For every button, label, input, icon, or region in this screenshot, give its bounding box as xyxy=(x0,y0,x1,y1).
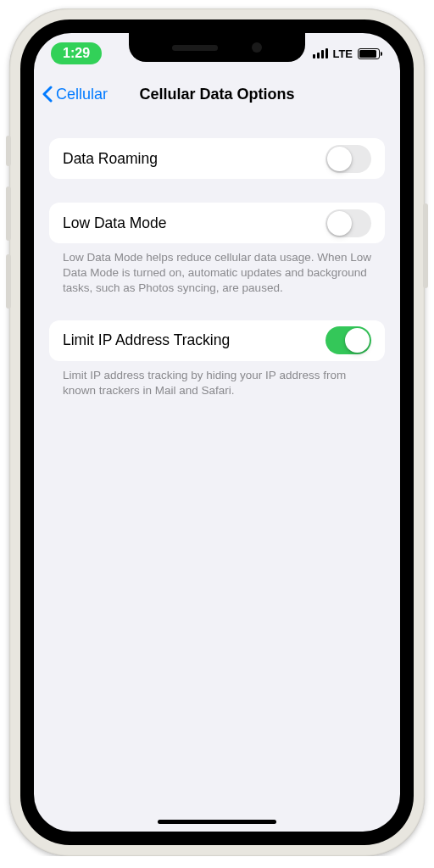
volume-up-button xyxy=(6,186,11,241)
row-data-roaming[interactable]: Data Roaming xyxy=(49,138,385,179)
home-indicator[interactable] xyxy=(158,820,276,824)
row-limit-ip-tracking[interactable]: Limit IP Address Tracking xyxy=(49,320,385,361)
mute-switch xyxy=(6,136,11,166)
chevron-left-icon xyxy=(42,86,53,103)
row-label: Low Data Mode xyxy=(63,214,167,232)
row-low-data-mode[interactable]: Low Data Mode xyxy=(49,203,385,243)
status-right: LTE xyxy=(313,47,380,60)
back-label: Cellular xyxy=(56,86,108,103)
screen: 1:29 LTE Cellular Cellular Data Options xyxy=(34,33,400,832)
back-button[interactable]: Cellular xyxy=(42,86,108,103)
toggle-low-data-mode[interactable] xyxy=(326,209,371,237)
volume-down-button xyxy=(6,254,11,309)
footer-limit-ip: Limit IP address tracking by hiding your… xyxy=(49,361,385,398)
toggle-knob xyxy=(327,211,352,236)
group-data-roaming: Data Roaming xyxy=(49,138,385,179)
battery-icon xyxy=(358,48,380,59)
notch xyxy=(129,33,305,62)
toggle-knob xyxy=(345,328,370,353)
group-limit-ip: Limit IP Address Tracking Limit IP addre… xyxy=(49,320,385,398)
speaker-grille xyxy=(172,45,218,51)
phone-bezel: 1:29 LTE Cellular Cellular Data Options xyxy=(20,19,414,845)
toggle-knob xyxy=(327,147,352,171)
front-camera xyxy=(252,42,262,53)
power-button xyxy=(423,203,428,288)
cellular-signal-icon xyxy=(313,48,329,59)
toggle-limit-ip-tracking[interactable] xyxy=(326,326,371,354)
footer-low-data-mode: Low Data Mode helps reduce cellular data… xyxy=(49,243,385,297)
nav-bar: Cellular Cellular Data Options xyxy=(34,74,400,114)
toggle-data-roaming[interactable] xyxy=(326,145,371,173)
row-label: Limit IP Address Tracking xyxy=(63,331,230,349)
row-label: Data Roaming xyxy=(63,150,158,168)
group-low-data-mode: Low Data Mode Low Data Mode helps reduce… xyxy=(49,203,385,297)
status-time-pill[interactable]: 1:29 xyxy=(51,42,102,64)
content: Data Roaming Low Data Mode Low Data Mode… xyxy=(34,114,400,398)
phone-frame: 1:29 LTE Cellular Cellular Data Options xyxy=(9,8,425,856)
network-label: LTE xyxy=(332,47,353,60)
